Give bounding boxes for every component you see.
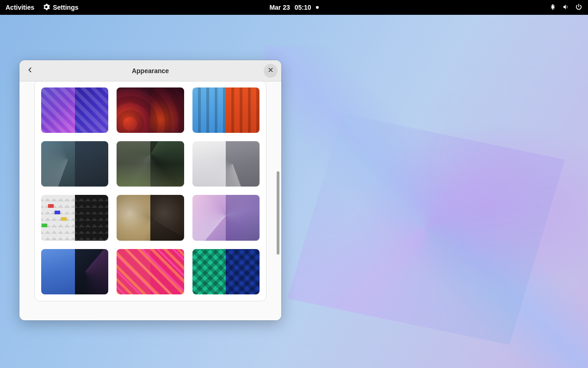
wallpaper-option-glass-white[interactable]	[192, 141, 260, 187]
wallpaper-option-keys[interactable]	[41, 195, 108, 240]
settings-window: Appearance	[19, 60, 281, 320]
wallpaper-option-pills-pink[interactable]	[117, 249, 184, 294]
wallpaper-option-glass-forest[interactable]	[117, 141, 184, 187]
wallpaper-option-tartan-teal[interactable]	[192, 249, 260, 294]
app-menu[interactable]: Settings	[43, 3, 78, 12]
appearance-panel	[19, 81, 281, 320]
activities-label: Activities	[6, 4, 34, 11]
close-icon	[267, 67, 274, 75]
time-label: 05:10	[295, 4, 311, 11]
wallpaper-option-pixels-purple[interactable]	[41, 87, 108, 133]
date-label: Mar 23	[269, 4, 290, 11]
notification-dot-icon	[316, 6, 319, 9]
scrollbar-thumb[interactable]	[277, 171, 279, 255]
wallpaper-option-drip-blue-orange[interactable]	[192, 87, 260, 133]
wallpaper-option-waves-warm[interactable]	[117, 87, 184, 133]
window-title: Appearance	[132, 67, 169, 75]
volume-icon[interactable]	[562, 3, 569, 12]
gear-icon	[43, 3, 50, 12]
wallpaper-option-fold-blue[interactable]	[41, 249, 108, 294]
wallpaper-grid	[41, 87, 260, 294]
top-bar: Activities Settings Mar 23 05:10	[0, 0, 588, 15]
close-button[interactable]	[264, 64, 278, 78]
wallpaper-option-glass-lilac[interactable]	[192, 195, 260, 240]
headerbar: Appearance	[19, 60, 281, 81]
wallpaper-option-swoosh-gold[interactable]	[117, 195, 184, 240]
system-status-area[interactable]	[549, 3, 582, 12]
network-icon[interactable]	[549, 3, 557, 12]
activities-button[interactable]: Activities	[6, 4, 34, 11]
chevron-left-icon	[27, 67, 33, 75]
app-menu-label: Settings	[53, 4, 78, 11]
power-icon[interactable]	[575, 3, 582, 12]
clock-area[interactable]: Mar 23 05:10	[269, 4, 318, 11]
back-button[interactable]	[23, 64, 37, 78]
wallpaper-option-glass-teal[interactable]	[41, 141, 108, 187]
scrollbar[interactable]	[277, 171, 280, 306]
